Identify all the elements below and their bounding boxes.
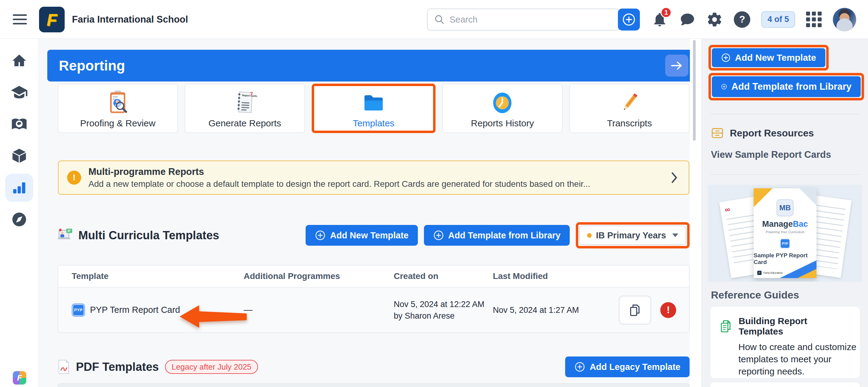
sidebar-item-home[interactable] (5, 47, 33, 75)
archive-icon (711, 127, 724, 140)
search-box (427, 8, 619, 31)
template-name[interactable]: PYP Term Report Card (90, 305, 180, 315)
plus-circle-icon (574, 361, 585, 373)
sidebar-item-academics[interactable] (5, 79, 33, 107)
view-sample-report-cards-link[interactable]: View Sample Report Cards (711, 149, 831, 160)
column-header-template: Template (58, 271, 244, 281)
report-resources-header[interactable]: Report Resources (711, 127, 814, 140)
menu-icon[interactable] (13, 11, 28, 27)
column-header-additional-programmes: Additional Programmes (244, 271, 394, 281)
notification-count-badge: 1 (661, 7, 672, 18)
plus-circle-icon (721, 81, 727, 92)
faria-app-icon[interactable]: F (13, 371, 26, 385)
error-indicator-icon[interactable]: ! (660, 302, 676, 318)
reports-history-icon (490, 88, 515, 115)
sample-card-footer: FFaria Education (757, 271, 783, 275)
sidebar-item-curriculum[interactable] (5, 110, 33, 138)
managebac-tagline: Powering Your Curriculum (766, 230, 804, 234)
annotation-box: Add New Template (709, 45, 829, 70)
multi-curricula-actions: Add New Template Add Template from Libra… (306, 222, 689, 248)
panel-add-template-from-library-button[interactable]: Add Template from Library (712, 76, 861, 97)
sidebar-item-resources[interactable] (5, 142, 33, 170)
tab-generate-reports[interactable]: Report Cards7 Generate Reports (185, 84, 305, 133)
proofing-review-icon (105, 88, 130, 115)
faria-chip-letter: F (13, 371, 26, 385)
tab-label: Generate Reports (208, 118, 281, 128)
caret-down-icon (672, 234, 678, 237)
multi-programme-alert[interactable]: ! Multi-programme Reports Add a new temp… (58, 160, 689, 195)
messages-icon[interactable] (680, 11, 695, 27)
add-legacy-template-button[interactable]: Add Legacy Template (565, 356, 689, 377)
reference-guides-title: Reference Guides (711, 289, 799, 301)
created-author: by Sharon Arese (394, 310, 485, 322)
faria-logo[interactable]: F (39, 7, 65, 32)
multi-curricula-icon (58, 228, 73, 242)
right-panel: Add New Template Add Template from Libra… (702, 39, 868, 387)
search-input[interactable] (445, 9, 619, 30)
bar-chart-icon (11, 179, 28, 196)
generate-reports-icon: Report Cards7 (232, 88, 258, 115)
tab-templates[interactable]: Templates (312, 84, 436, 133)
plus-circle-icon (433, 230, 444, 241)
add-template-from-library-button[interactable]: Add Template from Library (424, 225, 570, 246)
tab-proofing-review[interactable]: Proofing & Review (58, 84, 178, 133)
last-modified-cell: Nov 5, 2024 at 1:27 AM (493, 304, 596, 316)
tab-label: Templates (353, 118, 395, 128)
alert-title: Multi-programme Reports (88, 166, 661, 177)
divider (710, 174, 860, 175)
sample-report-cards-image[interactable]: ∞ MB ManageBac Powering Your Curriculum … (708, 185, 862, 282)
tab-label: Proofing & Review (80, 118, 156, 128)
pyp-badge-icon: PYP (780, 239, 790, 248)
faria-logo-letter: F (46, 10, 57, 30)
green-docs-icon (719, 319, 733, 333)
programme-dot-icon (587, 233, 592, 238)
annotation-box: Add Template from Library (709, 73, 864, 100)
table-row[interactable]: PYP PYP Term Report Card — Nov 5, 2024 a… (58, 288, 689, 332)
chevron-right-icon[interactable] (671, 172, 678, 184)
annotation-box: IB Primary Years (576, 222, 689, 248)
compass-icon (11, 211, 27, 228)
tab-transcripts[interactable]: Transcripts (569, 84, 689, 133)
column-header-last-modified: Last Modified (493, 271, 596, 281)
left-sidebar: F (0, 39, 39, 387)
reporting-tabs: Proofing & Review Report Cards7 Generate… (58, 84, 689, 133)
banner-arrow-button[interactable] (665, 55, 688, 77)
programme-filter-dropdown[interactable]: IB Primary Years (579, 226, 686, 245)
created-on-cell: Nov 5, 2024 at 12:22 AM by Sharon Arese (394, 298, 493, 322)
help-button[interactable]: ? (734, 11, 750, 28)
column-header-created-on: Created on (394, 271, 493, 281)
alert-text: Multi-programme Reports Add a new templa… (88, 166, 661, 189)
notifications-button[interactable]: 1 (651, 11, 669, 28)
scrollbar-thumb[interactable] (693, 40, 696, 141)
duplicate-template-button[interactable] (619, 296, 651, 324)
table-header: Template Additional Programmes Created o… (58, 266, 689, 287)
user-avatar[interactable] (833, 8, 857, 31)
book-globe-icon (10, 115, 28, 133)
managebac-app: F Faria International School 1 ? 4 of 5 (0, 0, 868, 387)
tab-reports-history[interactable]: Reports History (442, 84, 562, 133)
help-glyph: ? (739, 14, 745, 25)
next-guide-card-edge (710, 382, 860, 387)
multi-curricula-title-group: Multi Curricula Templates (58, 228, 219, 242)
divider (710, 114, 860, 114)
guide-header: Building Report Templates (719, 316, 851, 337)
row-actions: ! (596, 296, 689, 324)
section-title: PDF Templates (76, 360, 159, 374)
quick-add-button[interactable] (618, 8, 640, 31)
managebac-brand: ManageBac (762, 219, 808, 229)
settings-gear-icon[interactable] (706, 11, 723, 28)
annotation-arrow (180, 305, 247, 328)
guide-card-building-report-templates[interactable]: Building Report Templates How to create … (710, 307, 860, 378)
arrow-right-icon (671, 61, 683, 70)
additional-programmes-cell: — (244, 305, 394, 315)
home-icon (11, 53, 27, 69)
pdf-file-icon (58, 360, 70, 374)
sidebar-item-explore[interactable] (5, 205, 33, 234)
pdf-templates-header: PDF Templates Legacy after July 2025 Add… (58, 355, 689, 379)
add-new-template-button[interactable]: Add New Template (306, 225, 417, 246)
sidebar-item-reporting[interactable] (5, 174, 33, 202)
tab-label: Transcripts (607, 118, 652, 128)
panel-add-new-template-button[interactable]: Add New Template (712, 48, 825, 67)
page-title: Reporting (59, 57, 125, 74)
apps-grid-icon[interactable] (806, 11, 822, 27)
